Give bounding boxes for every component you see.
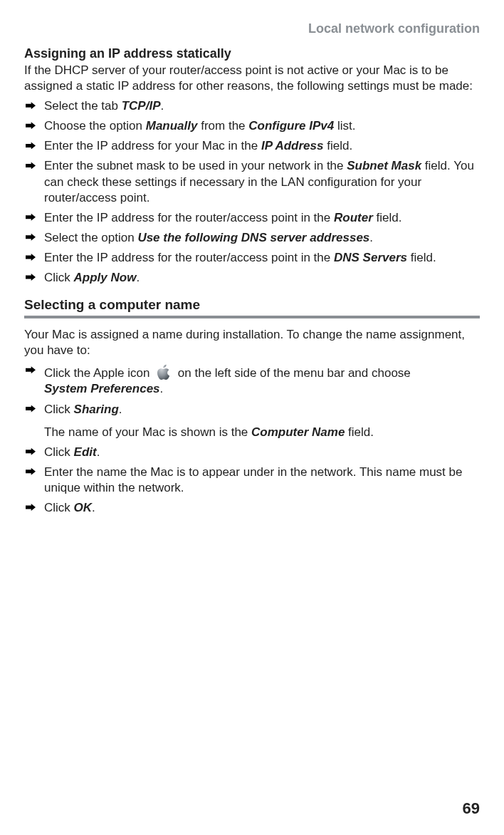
steps-computer-name-cont: Click Edit. Enter the name the Mac is to… xyxy=(24,445,480,516)
step-text: on the left side of the menu bar and cho… xyxy=(174,366,411,380)
section-rule xyxy=(24,316,480,318)
step-text: Enter the IP address for your Mac in the xyxy=(44,139,261,152)
steps-computer-name: Click the Apple icon on the left side of… xyxy=(24,363,480,417)
running-header: Local network configuration xyxy=(24,21,480,36)
bold-term: OK xyxy=(74,501,93,514)
bold-term: System Preferences xyxy=(44,382,160,395)
step-text: . xyxy=(92,501,95,514)
apple-icon xyxy=(154,363,173,381)
section-heading-static-ip: Assigning an IP address statically xyxy=(24,46,480,61)
bold-term: IP Address xyxy=(261,139,324,152)
steps-static-ip: Select the tab TCP/IP. Choose the option… xyxy=(24,98,480,286)
step-item: Enter the name the Mac is to appear unde… xyxy=(24,465,480,496)
step-text: field. xyxy=(323,139,352,152)
step-item: Select the tab TCP/IP. xyxy=(24,98,480,114)
bold-term: Use the following DNS server addresses xyxy=(137,231,369,244)
step-text: Click xyxy=(44,271,74,284)
page-number: 69 xyxy=(463,799,480,818)
step-item: Click Edit. xyxy=(24,445,480,460)
step-item: Enter the IP address for your Mac in the… xyxy=(24,138,480,154)
step-text: field. xyxy=(373,211,402,224)
step-item: Enter the IP address for the router/acce… xyxy=(24,210,480,226)
bold-term: Edit xyxy=(74,445,97,459)
bold-term: TCP/IP xyxy=(122,99,161,113)
bold-term: Computer Name xyxy=(251,425,345,439)
step-text: Click xyxy=(44,501,74,514)
bold-term: Sharing xyxy=(74,403,119,416)
step-text: Enter the name the Mac is to appear unde… xyxy=(44,465,462,494)
bold-term: Apply Now xyxy=(74,271,137,284)
step-text: Click xyxy=(44,445,74,459)
step-item: Click Apply Now. xyxy=(24,270,480,286)
step-text: . xyxy=(97,445,100,459)
step-text: . xyxy=(369,231,373,244)
step-text: field. xyxy=(345,425,374,439)
section-intro: Your Mac is assigned a name during insta… xyxy=(24,327,480,358)
step-item: Enter the subnet mask to be used in your… xyxy=(24,158,480,205)
bold-term: Router xyxy=(334,211,373,224)
step-text: from the xyxy=(197,119,248,133)
bold-term: Manually xyxy=(146,119,198,133)
step-item: Click the Apple icon on the left side of… xyxy=(24,363,480,397)
page: Local network configuration Assigning an… xyxy=(0,0,504,835)
bold-term: DNS Servers xyxy=(334,251,407,264)
section-intro: If the DHCP server of your router/access… xyxy=(24,63,480,94)
section-heading-computer-name: Selecting a computer name xyxy=(24,297,480,313)
step-text: . xyxy=(119,403,122,416)
step-text: Enter the IP address for the router/acce… xyxy=(44,251,334,264)
step-text: Enter the IP address for the router/acce… xyxy=(44,211,334,224)
step-item: Choose the option Manually from the Conf… xyxy=(24,118,480,134)
bold-term: Configure IPv4 xyxy=(248,119,334,133)
step-item: Select the option Use the following DNS … xyxy=(24,230,480,246)
step-text: Click the Apple icon xyxy=(44,366,153,380)
step-text: The name of your Mac is shown is the xyxy=(44,425,251,439)
step-text: field. xyxy=(407,251,436,264)
step-text: Select the tab xyxy=(44,99,122,113)
step-text: Enter the subnet mask to be used in your… xyxy=(44,159,347,172)
step-subtext: The name of your Mac is shown is the Com… xyxy=(44,425,480,440)
step-text: . xyxy=(160,99,164,113)
step-item: Click Sharing. xyxy=(24,402,480,418)
step-text: list. xyxy=(334,119,355,133)
step-text: Click xyxy=(44,403,74,416)
step-text: . xyxy=(160,382,164,395)
bold-term: Subnet Mask xyxy=(347,159,421,172)
step-text: Select the option xyxy=(44,231,137,244)
step-item: Enter the IP address for the router/acce… xyxy=(24,250,480,266)
step-text: Choose the option xyxy=(44,119,146,133)
step-text: . xyxy=(136,271,140,284)
step-item: Click OK. xyxy=(24,500,480,516)
